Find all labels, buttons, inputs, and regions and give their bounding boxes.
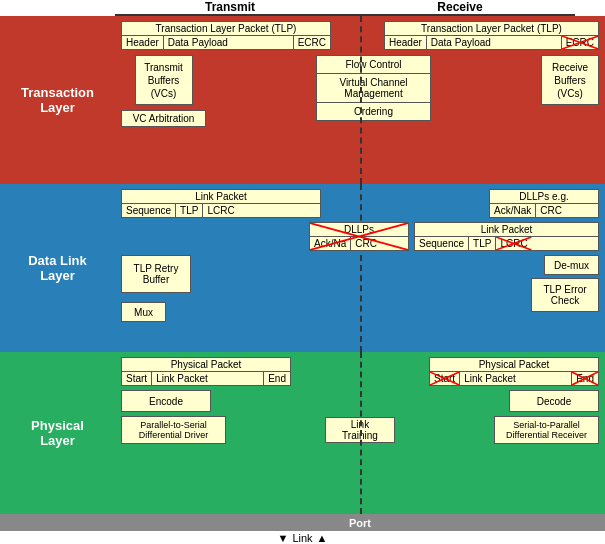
rx-tlp-data: Data Payload — [427, 36, 562, 49]
flow-control-box: Flow Control Virtual ChannelManagement O… — [316, 55, 431, 121]
dllp-eg-box: DLLPs e.g. Ack/Nak CRC — [489, 189, 599, 218]
tx-tlp-title: Transaction Layer Packet (TLP) — [122, 22, 330, 36]
rx-dllp-title: DLLPs — [310, 223, 408, 237]
tx-pp-lp: Link Packet — [152, 372, 264, 385]
tx-lp-lcrc: LCRC — [203, 204, 238, 217]
demux-box: De-mux — [544, 255, 599, 275]
sp-line1: Serial-to-Parallel — [513, 420, 580, 430]
txn-top-row: Transaction Layer Packet (TLP) Header Da… — [121, 21, 599, 50]
dllp-eg-title: DLLPs e.g. — [490, 190, 598, 204]
vc-mgmt-label: Virtual ChannelManagement — [317, 74, 430, 103]
ps-line1: Parallel-to-Serial — [140, 420, 207, 430]
ps-line2: Differential Driver — [139, 430, 208, 440]
link-training-text: LinkTraining — [342, 419, 378, 441]
retry-buffer: TLP Retry Buffer — [121, 255, 191, 293]
rx-dllp-crc: CRC — [351, 237, 381, 250]
physical-layer: Physical Packet Start Link Packet End Ph… — [115, 352, 605, 514]
rx-lp-seq: Sequence — [415, 237, 469, 250]
tx-buf-line2: Buffers — [148, 75, 180, 86]
phy-bottom-row: Parallel-to-Serial Differential Driver L… — [121, 416, 599, 444]
datalink-layer: Link Packet Sequence TLP LCRC DLLPs e.g.… — [115, 184, 605, 352]
tx-tlp-data: Data Payload — [164, 36, 294, 49]
transmit-buffers: Transmit Buffers (VCs) — [135, 55, 193, 105]
tx-lp-title: Link Packet — [122, 190, 320, 204]
arrow-down-icon: ▼ — [278, 532, 289, 544]
transaction-layer: Transaction Layer Packet (TLP) Header Da… — [115, 16, 605, 184]
rx-lp-tlp: TLP — [469, 237, 496, 250]
tx-buf-line1: Transmit — [144, 62, 183, 73]
rx-dllp-box: DLLPs Ack/Na CRC — [309, 222, 409, 251]
retry-buf-line1: TLP Retry — [134, 263, 179, 274]
rx-buf-line2: Buffers — [554, 75, 586, 86]
rx-pp-lp: Link Packet — [460, 372, 572, 385]
txn-mid-row: Transmit Buffers (VCs) VC Arbitration Fl… — [121, 55, 599, 127]
rx-phys-packet: Physical Packet Start Link Packet — [429, 357, 599, 386]
parallel-serial-box: Parallel-to-Serial Differential Driver — [121, 416, 226, 444]
rx-pp-start: Start — [430, 372, 460, 385]
rx-buf-line3: (VCs) — [557, 88, 583, 99]
tx-link-packet: Link Packet Sequence TLP LCRC — [121, 189, 321, 218]
tx-buf-line3: (VCs) — [151, 88, 177, 99]
link-bar: ▼ Link ▲ — [0, 531, 605, 544]
phy-top-row: Physical Packet Start Link Packet End Ph… — [121, 357, 599, 386]
rx-buf-line1: Receive — [552, 62, 588, 73]
main-col: Transaction Layer Packet (TLP) Header Da… — [115, 16, 605, 531]
tlp-error-check: TLP Error Check — [531, 278, 599, 312]
link-text: Link — [292, 532, 312, 544]
tx-lp-tlp: TLP — [176, 204, 203, 217]
flow-control-label: Flow Control — [317, 56, 430, 74]
dllp-crc: CRC — [536, 204, 566, 217]
arrow-up-icon: ▲ — [317, 532, 328, 544]
transmit-label: Transmit — [115, 0, 345, 16]
rx-lp-title: Link Packet — [415, 223, 598, 237]
labels-col: TransactionLayer Data LinkLayer Physical… — [0, 16, 115, 531]
rx-pp-end: End — [572, 372, 598, 385]
tx-tlp-header: Header — [122, 36, 164, 49]
mux-box: Mux — [121, 302, 166, 322]
dl-top-row: Link Packet Sequence TLP LCRC DLLPs e.g.… — [121, 189, 599, 218]
tlp-err-line1: TLP Error — [543, 284, 586, 295]
tx-tlp-packet: Transaction Layer Packet (TLP) Header Da… — [121, 21, 331, 50]
link-training-box: LinkTraining — [325, 417, 395, 443]
port-label — [0, 514, 115, 531]
rx-tlp-header: Header — [385, 36, 427, 49]
dl-second-row: DLLPs Ack/Na CRC Link Packet — [121, 222, 599, 251]
tx-tlp-ecrc: ECRC — [294, 36, 330, 49]
tx-pp-title: Physical Packet — [122, 358, 290, 372]
rx-pp-title: Physical Packet — [430, 358, 598, 372]
transaction-layer-label: TransactionLayer — [0, 16, 115, 184]
port-text: Port — [349, 517, 371, 529]
ordering-label: Ordering — [317, 103, 430, 120]
sp-line2: Differential Receiver — [506, 430, 587, 440]
tx-lp-seq: Sequence — [122, 204, 176, 217]
top-header: Transmit Receive — [0, 0, 605, 16]
physical-layer-label: PhysicalLayer — [0, 352, 115, 514]
dllp-acknak: Ack/Nak — [490, 204, 536, 217]
page: Transmit Receive TransactionLayer Data L… — [0, 0, 605, 544]
receive-buffers: Receive Buffers (VCs) — [541, 55, 599, 105]
rx-link-packet: Link Packet Sequence TLP LCRC — [414, 222, 599, 251]
rx-lp-lcrc: LCRC — [496, 237, 531, 250]
datalink-layer-label: Data LinkLayer — [0, 184, 115, 352]
rx-tlp-title: Transaction Layer Packet (TLP) — [385, 22, 598, 36]
port-bar: Port — [115, 514, 605, 531]
rx-dllp-acknak: Ack/Na — [310, 237, 351, 250]
receive-label: Receive — [345, 0, 575, 16]
body-row: TransactionLayer Data LinkLayer Physical… — [0, 16, 605, 531]
dl-mid-row: TLP Retry Buffer Mux De-mux TLP Error Ch… — [121, 255, 599, 322]
tx-pp-end: End — [264, 372, 290, 385]
rx-tlp-packet: Transaction Layer Packet (TLP) Header Da… — [384, 21, 599, 50]
vc-arbitration: VC Arbitration — [121, 110, 206, 127]
serial-parallel-box: Serial-to-Parallel Differential Receiver — [494, 416, 599, 444]
tx-phys-packet: Physical Packet Start Link Packet End — [121, 357, 291, 386]
retry-buf-line2: Buffer — [143, 274, 170, 285]
tx-pp-start: Start — [122, 372, 152, 385]
rx-tlp-ecrc: ECRC — [562, 36, 598, 49]
tlp-err-line2: Check — [551, 295, 579, 306]
phy-mid-row: Encode Decode — [121, 390, 599, 412]
encode-box: Encode — [121, 390, 211, 412]
decode-box: Decode — [509, 390, 599, 412]
